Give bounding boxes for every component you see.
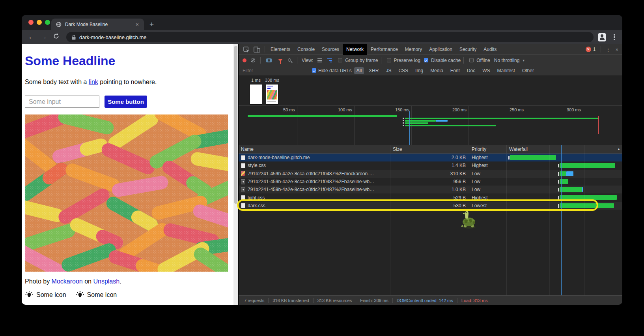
device-toolbar-icon[interactable] (254, 47, 260, 53)
network-overview[interactable]: 50 ms 100 ms 150 ms 200 ms 250 ms 300 ms (239, 106, 622, 145)
request-name: style.css (248, 163, 266, 168)
column-priority[interactable]: Priority (469, 145, 506, 153)
large-rows-icon[interactable] (317, 58, 322, 62)
filter-input[interactable] (243, 68, 302, 73)
profile-avatar-icon[interactable] (598, 33, 606, 41)
filter-type-js[interactable]: JS (383, 67, 394, 74)
tab-memory[interactable]: Memory (401, 44, 426, 55)
form-row: Some button (25, 96, 233, 108)
preserve-log-checkbox[interactable] (387, 58, 391, 62)
icons-row: Some icon Some icon (25, 291, 233, 299)
webpage-viewport: Some Headline Some body text with a link… (22, 44, 233, 305)
capture-screenshots-icon[interactable] (266, 58, 272, 62)
filter-type-xhr[interactable]: XHR (366, 67, 381, 74)
devtools-close-icon[interactable]: × (613, 47, 621, 53)
close-window-button[interactable] (28, 20, 34, 25)
page-scrollbar[interactable] (233, 44, 238, 305)
preserve-log-label[interactable]: Preserve log (394, 58, 420, 63)
body-link[interactable]: link (89, 79, 98, 85)
table-row-dark-css[interactable]: dark.css 530 B Lowest (239, 202, 622, 210)
zoom-window-button[interactable] (45, 20, 50, 25)
throttling-dropdown[interactable]: No throttling (494, 58, 520, 63)
table-row[interactable]: dark-mode-baseline.glitch.me 2.0 KB High… (239, 154, 622, 161)
filter-type-doc[interactable]: Doc (465, 67, 478, 74)
tab-console[interactable]: Console (294, 44, 318, 55)
filter-type-img[interactable]: Img (413, 67, 426, 74)
clear-button[interactable] (251, 58, 255, 62)
some-button[interactable]: Some button (105, 96, 147, 108)
filter-type-font[interactable]: Font (448, 67, 462, 74)
request-priority: Low (469, 178, 506, 186)
tab-close-icon[interactable]: × (134, 21, 140, 28)
hide-data-urls-checkbox[interactable] (312, 68, 316, 73)
filter-type-manifest[interactable]: Manifest (495, 67, 517, 74)
record-button[interactable] (243, 58, 246, 62)
offline-checkbox[interactable] (469, 58, 474, 62)
font-icon (241, 179, 245, 184)
filter-type-other[interactable]: Other (520, 67, 536, 74)
tab-security[interactable]: Security (456, 44, 480, 55)
ruler-tick: 150 ms (395, 107, 409, 112)
sort-arrow-icon[interactable]: ▲ (617, 147, 620, 151)
request-name: 791b2241-459b-4a2e-8cca-c0fdc21f0487%2Fb… (248, 187, 374, 192)
disable-cache-checkbox[interactable] (424, 58, 428, 62)
dcl-marker (409, 111, 410, 145)
disable-cache-label[interactable]: Disable cache (431, 58, 461, 63)
table-row[interactable]: 791b2241-459b-4a2e-8cca-c0fdc21f0487%2Fb… (239, 186, 622, 193)
table-row[interactable]: style.css 1.4 KB Highest (239, 161, 622, 169)
request-size: 956 B (390, 178, 469, 186)
column-size[interactable]: Size (390, 145, 469, 153)
column-name[interactable]: Name (239, 145, 390, 153)
overview-icon[interactable] (327, 58, 332, 62)
filmstrip-thumbnail-blank[interactable] (250, 84, 262, 105)
waterfall-bar (560, 195, 617, 200)
request-priority: Low (469, 186, 506, 193)
filter-type-ws[interactable]: WS (480, 67, 492, 74)
tab-application[interactable]: Application (426, 44, 456, 55)
overview-bar (405, 125, 496, 126)
tab-sources[interactable]: Sources (318, 44, 343, 55)
reload-button[interactable] (51, 33, 61, 41)
filter-type-media[interactable]: Media (428, 67, 446, 74)
devtools-menu-icon[interactable]: ⋮ (603, 47, 613, 53)
window-content: Some Headline Some body text with a link… (22, 44, 622, 305)
request-priority: Low (469, 170, 506, 178)
table-row[interactable]: 791b2241-459b-4a2e-8cca-c0fdc21f0487%2Fb… (239, 178, 622, 186)
error-badge-icon[interactable]: ✕ (586, 47, 591, 52)
filter-type-css[interactable]: CSS (396, 67, 411, 74)
tab-performance[interactable]: Performance (367, 44, 401, 55)
group-by-frame-checkbox[interactable] (338, 58, 342, 62)
filter-type-all[interactable]: All (354, 67, 364, 74)
mockaroon-link[interactable]: Mockaroon (52, 278, 83, 285)
ruler-tick: 250 ms (510, 107, 524, 112)
tab-audits[interactable]: Audits (480, 44, 500, 55)
hide-data-urls-label[interactable]: Hide data URLs (318, 68, 352, 73)
minimize-window-button[interactable] (37, 20, 42, 25)
filter-icon[interactable] (278, 59, 283, 62)
stylesheet-icon (241, 203, 245, 208)
column-waterfall[interactable]: Waterfall▲ (506, 145, 622, 153)
new-tab-button[interactable]: + (149, 21, 154, 28)
filmstrip-thumbnail-page[interactable] (266, 84, 278, 105)
back-button[interactable]: ← (26, 33, 37, 41)
address-bar[interactable]: dark-mode-baseline.glitch.me (66, 32, 594, 42)
inspect-icon[interactable] (243, 47, 250, 53)
search-icon[interactable] (288, 58, 291, 62)
tab-elements[interactable]: Elements (267, 44, 294, 55)
table-row[interactable]: light.css 529 B Highest (239, 193, 622, 201)
filmstrip: 1 ms 338 ms (239, 75, 622, 106)
browser-menu-icon[interactable] (614, 34, 615, 40)
tab-network[interactable]: Network (343, 44, 367, 55)
some-input-field[interactable] (25, 96, 99, 108)
waterfall-bar (560, 203, 614, 208)
offline-label[interactable]: Offline (476, 58, 490, 63)
group-by-frame-label[interactable]: Group by frame (345, 58, 378, 63)
devtools-panel: Elements Console Sources Network Perform… (238, 44, 622, 305)
scrollbar-thumb[interactable] (234, 46, 237, 204)
table-row[interactable]: 791b2241-459b-4a2e-8cca-c0fdc21f0487%2Fm… (239, 170, 622, 178)
forward-button[interactable]: → (39, 33, 49, 41)
error-count[interactable]: 1 (593, 47, 596, 52)
browser-tab[interactable]: Dark Mode Baseline × (51, 19, 144, 30)
reload-icon (53, 33, 59, 39)
unsplash-link[interactable]: Unsplash (93, 278, 119, 285)
